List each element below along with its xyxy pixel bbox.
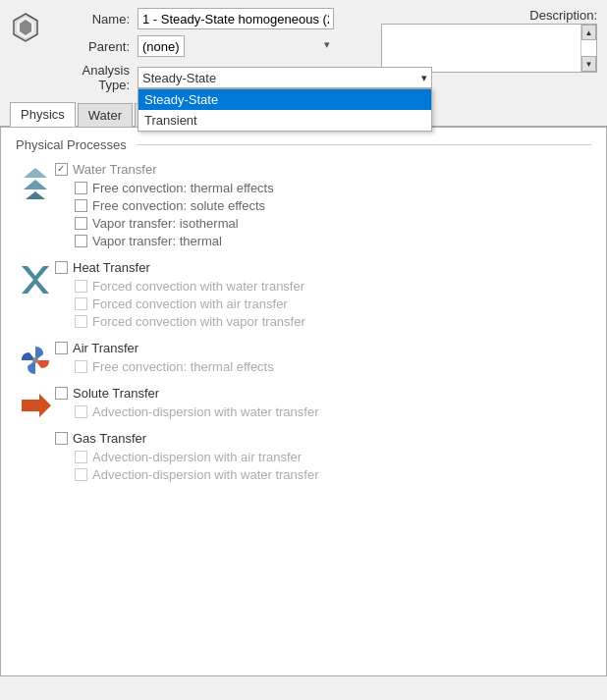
heat-transfer-group: Heat Transfer Forced convection with wat…: [16, 260, 591, 333]
parent-select[interactable]: (none): [138, 35, 185, 57]
vapor-thermal-checkbox[interactable]: [75, 235, 87, 247]
air-transfer-checkbox[interactable]: [55, 342, 68, 354]
adv-disp-water-checkbox[interactable]: [75, 405, 87, 418]
solute-transfer-suboptions: Advection-dispersion with water transfer: [55, 404, 591, 419]
solute-transfer-group: Solute Transfer Advection-dispersion wit…: [16, 386, 591, 423]
free-convection-solute-checkbox[interactable]: [75, 199, 87, 212]
air-transfer-label: Air Transfer: [55, 341, 591, 355]
gas-transfer-checkbox[interactable]: [55, 432, 68, 445]
air-transfer-icon: [16, 343, 55, 378]
dropdown-arrow-icon: ▾: [421, 72, 427, 84]
heat-transfer-content: Heat Transfer Forced convection with wat…: [55, 260, 591, 333]
svg-marker-1: [20, 20, 31, 35]
dropdown-option-steady-state[interactable]: Steady-State: [138, 89, 431, 110]
adv-disp-air-checkbox[interactable]: [75, 451, 87, 463]
sub-forced-conv-water: Forced convection with water transfer: [75, 279, 591, 294]
solute-transfer-label: Solute Transfer: [55, 386, 591, 401]
air-transfer-suboptions: Free convection: thermal effects: [55, 359, 591, 374]
sub-advection-disp-water: Advection-dispersion with water transfer: [75, 404, 591, 419]
heat-transfer-suboptions: Forced convection with water transfer Fo…: [55, 279, 591, 329]
sub-vapor-transfer-thermal: Vapor transfer: thermal: [75, 234, 591, 248]
parent-label: Parent:: [49, 39, 138, 54]
gas-transfer-group: Gas Transfer Advection-dispersion with a…: [16, 431, 591, 486]
svg-marker-6: [22, 266, 49, 294]
sub-adv-disp-air: Advection-dispersion with air transfer: [75, 450, 591, 464]
svg-marker-8: [22, 394, 51, 417]
forced-conv-vapor-checkbox[interactable]: [75, 315, 87, 328]
heat-transfer-label: Heat Transfer: [55, 260, 591, 275]
name-label: Name:: [49, 12, 138, 27]
gas-transfer-content: Gas Transfer Advection-dispersion with a…: [55, 431, 591, 486]
svg-marker-5: [26, 191, 45, 199]
air-free-conv-thermal-checkbox[interactable]: [75, 360, 87, 373]
air-transfer-group: Air Transfer Free convection: thermal ef…: [16, 341, 591, 378]
air-transfer-content: Air Transfer Free convection: thermal ef…: [55, 341, 591, 378]
scroll-up-btn[interactable]: ▲: [581, 25, 596, 40]
heat-transfer-icon: [16, 262, 55, 297]
app-logo-icon: [10, 12, 41, 43]
main-content: Physical Processes Water Transfer Free c…: [0, 127, 607, 676]
solute-transfer-checkbox[interactable]: [55, 387, 68, 400]
solute-transfer-content: Solute Transfer Advection-dispersion wit…: [55, 386, 591, 423]
water-transfer-suboptions: Free convection: thermal effects Free co…: [55, 181, 591, 248]
vapor-isothermal-checkbox[interactable]: [75, 217, 87, 230]
free-convection-thermal-checkbox[interactable]: [75, 182, 87, 194]
analysis-type-value: Steady-State: [142, 71, 216, 85]
dropdown-option-transient[interactable]: Transient: [138, 110, 431, 131]
sub-forced-conv-air: Forced convection with air transfer: [75, 296, 591, 311]
water-transfer-content: Water Transfer Free convection: thermal …: [55, 162, 591, 252]
sub-vapor-transfer-isothermal: Vapor transfer: isothermal: [75, 216, 591, 231]
description-label: Description:: [529, 8, 597, 23]
svg-marker-3: [24, 168, 47, 178]
heat-transfer-checkbox[interactable]: [55, 261, 68, 274]
sub-forced-conv-vapor: Forced convection with vapor transfer: [75, 314, 591, 329]
sub-air-free-convection-thermal: Free convection: thermal effects: [75, 359, 591, 374]
adv-disp-water-gas-checkbox[interactable]: [75, 468, 87, 481]
physical-processes-title: Physical Processes: [16, 137, 591, 152]
forced-conv-water-checkbox[interactable]: [75, 280, 87, 293]
name-input[interactable]: [138, 8, 334, 29]
water-transfer-label: Water Transfer: [55, 162, 591, 177]
tab-physics[interactable]: Physics: [10, 102, 76, 127]
water-transfer-icon: [16, 164, 55, 199]
tab-water[interactable]: Water: [78, 103, 133, 127]
solute-transfer-icon: [16, 388, 55, 423]
sub-free-convection-solute: Free convection: solute effects: [75, 198, 591, 213]
water-transfer-checkbox[interactable]: [55, 163, 68, 176]
forced-conv-air-checkbox[interactable]: [75, 297, 87, 310]
analysis-type-select[interactable]: Steady-State ▾: [138, 67, 432, 88]
gas-transfer-suboptions: Advection-dispersion with air transfer A…: [55, 450, 591, 482]
gas-transfer-icon: [16, 433, 55, 468]
analysis-type-label: Analysis Type:: [49, 63, 138, 92]
analysis-dropdown-menu: Steady-State Transient: [138, 88, 432, 132]
sub-free-convection-thermal: Free convection: thermal effects: [75, 181, 591, 195]
svg-marker-4: [24, 180, 47, 189]
svg-point-7: [32, 357, 38, 363]
water-transfer-group: Water Transfer Free convection: thermal …: [16, 162, 591, 252]
gas-transfer-label: Gas Transfer: [55, 431, 591, 446]
sub-adv-disp-water-gas: Advection-dispersion with water transfer: [75, 467, 591, 482]
